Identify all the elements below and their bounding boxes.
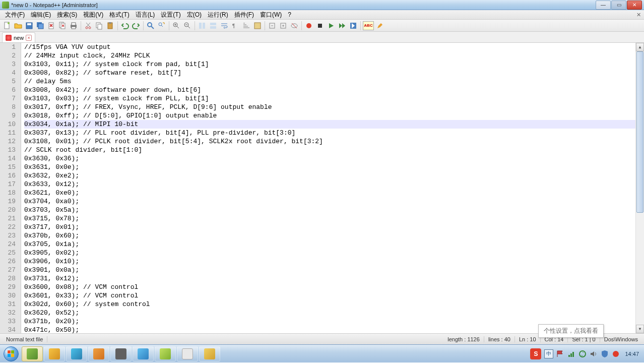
- code-line[interactable]: 0x3008, 0x82); // software reset, bit[7]: [24, 69, 635, 77]
- sync-h-button[interactable]: [208, 21, 218, 31]
- menu-plugins[interactable]: 插件(F): [231, 10, 257, 20]
- code-line[interactable]: //15fps VGA YUV output: [24, 43, 635, 51]
- replace-button[interactable]: [157, 21, 167, 31]
- task-explorer[interactable]: [44, 346, 65, 361]
- save-all-button[interactable]: [35, 21, 45, 31]
- tray-antivirus-icon[interactable]: [601, 350, 609, 358]
- tab-new[interactable]: new ×: [2, 32, 35, 42]
- code-line[interactable]: 0x3018, 0xff); // D[5:0], GPIO[1:0] outp…: [24, 111, 635, 120]
- task-app-6[interactable]: [177, 346, 198, 361]
- code-line[interactable]: 0x3600, 0x08); // VCM control: [24, 283, 635, 291]
- tray-clock[interactable]: 14:47: [623, 351, 641, 357]
- task-app-4[interactable]: [133, 346, 154, 361]
- code-line[interactable]: 0x3632, 0xe2);: [24, 171, 635, 180]
- indent-guide-button[interactable]: [241, 21, 251, 31]
- ime-chinese-icon[interactable]: 中: [544, 349, 553, 358]
- play-button[interactable]: [326, 21, 336, 31]
- menu-edit[interactable]: 编辑(E): [28, 10, 54, 20]
- user-lang-button[interactable]: [252, 21, 263, 31]
- menu-macro[interactable]: 宏(O): [184, 10, 205, 20]
- close-file-button[interactable]: [46, 21, 56, 31]
- code-line[interactable]: 0x3037, 0x13); // PLL root divider, bit[…: [24, 129, 635, 137]
- copy-button[interactable]: [94, 21, 104, 31]
- code-line[interactable]: 0x3601, 0x33); // VCM control: [24, 291, 635, 300]
- code-line[interactable]: 0x3901, 0x0a);: [24, 266, 635, 274]
- save-macro-button[interactable]: [348, 21, 358, 31]
- save-button[interactable]: [24, 21, 34, 31]
- maximize-button[interactable]: ▭: [611, 1, 626, 10]
- code-line[interactable]: // 24MHz input clock, 24MHz PCLK: [24, 51, 635, 60]
- play-multi-button[interactable]: [337, 21, 347, 31]
- code-line[interactable]: // delay 5ms: [24, 77, 635, 86]
- tray-sync-icon[interactable]: [578, 350, 587, 358]
- scroll-thumb[interactable]: [636, 51, 643, 213]
- fold-all-button[interactable]: [267, 21, 277, 31]
- code-area[interactable]: //15fps VGA YUV output// 24MHz input clo…: [21, 43, 635, 333]
- task-app-3[interactable]: [110, 346, 132, 361]
- tray-network-icon[interactable]: [567, 350, 575, 358]
- tray-flag-icon[interactable]: [556, 350, 564, 358]
- code-line[interactable]: 0x3905, 0x02);: [24, 249, 635, 257]
- hide-lines-button[interactable]: [289, 21, 299, 31]
- menu-settings[interactable]: 设置(T): [158, 10, 183, 20]
- task-app-5[interactable]: [155, 346, 176, 361]
- mdi-close-icon[interactable]: ✕: [635, 11, 642, 18]
- menu-window[interactable]: 窗口(W): [257, 10, 285, 20]
- code-line[interactable]: // SCLK root divider, bit[1:0]: [24, 146, 635, 154]
- vertical-scrollbar[interactable]: ▲ ▼: [635, 43, 644, 333]
- menu-view[interactable]: 视图(V): [80, 10, 106, 20]
- undo-button[interactable]: [120, 21, 130, 31]
- menu-help[interactable]: ?: [285, 11, 294, 19]
- sync-v-button[interactable]: [197, 21, 207, 31]
- menu-search[interactable]: 搜索(S): [54, 10, 80, 20]
- ime-sogou-icon[interactable]: S: [530, 348, 541, 359]
- menu-format[interactable]: 格式(T): [106, 10, 132, 20]
- code-line[interactable]: 0x3620, 0x52);: [24, 309, 635, 317]
- task-app-2[interactable]: [88, 346, 109, 361]
- code-line[interactable]: 0x302d, 0x60); // system control: [24, 300, 635, 309]
- new-file-button[interactable]: [2, 21, 12, 31]
- code-line[interactable]: 0x3906, 0x10);: [24, 257, 635, 266]
- paste-button[interactable]: [105, 21, 115, 31]
- spellcheck-button[interactable]: ABC: [363, 21, 374, 30]
- code-line[interactable]: 0x3008, 0x42); // software power down, b…: [24, 86, 635, 94]
- code-line[interactable]: 0x3034, 0x1a); // MIPI 10-bit: [24, 120, 635, 129]
- task-app-1[interactable]: [66, 346, 87, 361]
- find-button[interactable]: [146, 21, 156, 31]
- code-line[interactable]: 0x3715, 0x78);: [24, 214, 635, 223]
- scroll-up-icon[interactable]: ▲: [636, 43, 644, 51]
- code-line[interactable]: 0x370b, 0x60);: [24, 231, 635, 240]
- tray-extra-icon[interactable]: [612, 350, 620, 358]
- stop-button[interactable]: [315, 21, 325, 31]
- close-all-button[interactable]: [57, 21, 68, 31]
- unfold-all-button[interactable]: [278, 21, 288, 31]
- cut-button[interactable]: [83, 21, 93, 31]
- code-line[interactable]: 0x3631, 0x0e);: [24, 163, 635, 171]
- record-button[interactable]: [304, 21, 314, 31]
- task-app-7[interactable]: [199, 346, 220, 361]
- close-button[interactable]: ✕: [627, 1, 642, 10]
- print-button[interactable]: [69, 21, 79, 31]
- code-line[interactable]: 0x3103, 0x11); // system clock from pad,…: [24, 60, 635, 69]
- code-line[interactable]: 0x3704, 0xa0);: [24, 197, 635, 206]
- menu-run[interactable]: 运行(R): [205, 10, 231, 20]
- code-line[interactable]: 0x3017, 0xff); // FREX, Vsync, HREF, PCL…: [24, 103, 635, 111]
- tray-volume-icon[interactable]: [590, 350, 598, 358]
- minimize-button[interactable]: —: [596, 1, 611, 10]
- code-line[interactable]: 0x3630, 0x36);: [24, 154, 635, 163]
- scroll-down-icon[interactable]: ▼: [636, 325, 644, 333]
- code-line[interactable]: 0x3731, 0x12);: [24, 274, 635, 283]
- code-line[interactable]: 0x3717, 0x01);: [24, 223, 635, 231]
- redo-button[interactable]: [131, 21, 141, 31]
- open-button[interactable]: [13, 21, 23, 31]
- launch-button[interactable]: [375, 21, 385, 31]
- code-line[interactable]: 0x3108, 0x01); // PCLK root divider, bit…: [24, 137, 635, 146]
- word-wrap-button[interactable]: [219, 21, 229, 31]
- code-line[interactable]: 0x3703, 0x5a);: [24, 206, 635, 214]
- settings-tooltip[interactable]: 个性设置，点我看看: [538, 324, 604, 338]
- show-all-chars-button[interactable]: ¶: [230, 21, 240, 31]
- code-line[interactable]: 0x3621, 0xe0);: [24, 189, 635, 197]
- zoom-in-button[interactable]: [171, 21, 181, 31]
- code-line[interactable]: 0x3103, 0x03); // system clock from PLL,…: [24, 94, 635, 103]
- tab-close-icon[interactable]: ×: [26, 35, 32, 41]
